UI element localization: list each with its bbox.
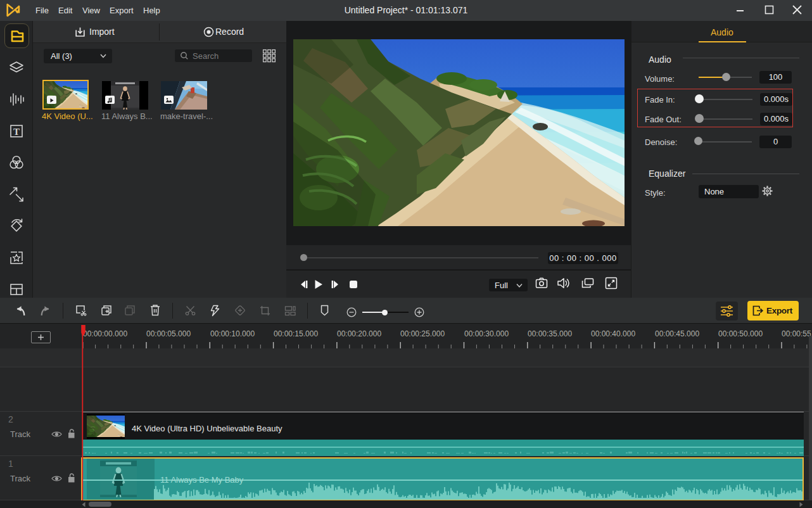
svg-text:T: T bbox=[13, 127, 20, 137]
